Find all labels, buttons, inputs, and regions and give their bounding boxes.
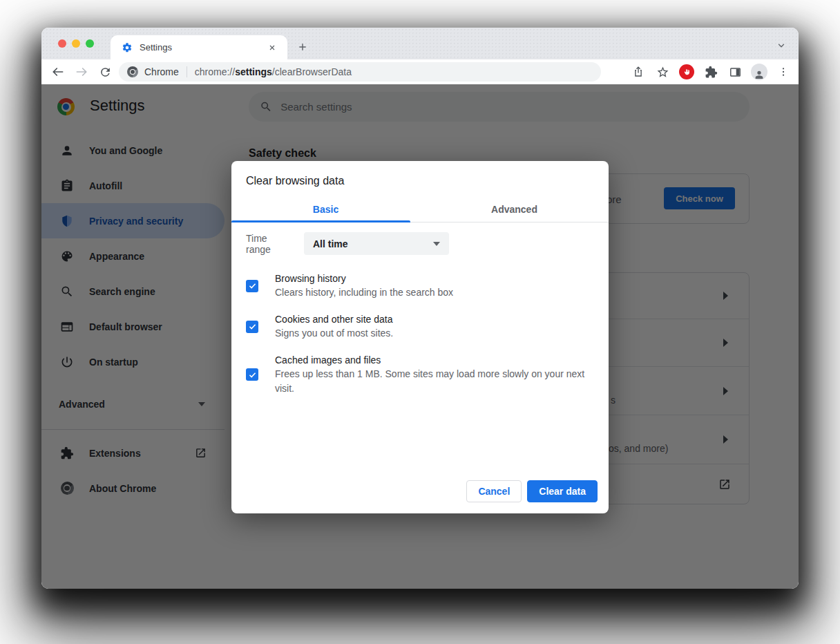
chrome-glyph-icon [127, 66, 138, 77]
clear-data-button[interactable]: Clear data [527, 480, 598, 502]
tab-title: Settings [140, 42, 264, 53]
browser-window: Settings [41, 28, 799, 589]
time-range-row: Time range All time [246, 232, 449, 255]
adblock-hand-icon [679, 64, 694, 79]
option-cookies: Cookies and other site data Signs you ou… [246, 312, 594, 341]
option-title: Cookies and other site data [275, 312, 393, 326]
option-description: Signs you out of most sites. [275, 326, 393, 341]
extensions-puzzle-button[interactable] [701, 62, 720, 82]
option-description: Clears history, including in the search … [275, 285, 453, 300]
browser-tab-settings[interactable]: Settings [111, 35, 287, 59]
omnibox-separator [187, 66, 187, 77]
cookies-checkbox[interactable] [246, 321, 258, 333]
dialog-tab-strip: Basic Advanced [231, 197, 609, 222]
screenshot-stage: Settings [0, 0, 840, 644]
browsing-history-checkbox[interactable] [246, 280, 258, 292]
share-button[interactable] [629, 62, 648, 82]
dialog-options: Browsing history Clears history, includi… [246, 272, 594, 396]
dialog-title: Clear browsing data [246, 175, 344, 187]
option-cached-images: Cached images and files Frees up less th… [246, 353, 594, 396]
tab-advanced[interactable]: Advanced [420, 197, 609, 222]
avatar-icon [751, 64, 767, 80]
new-tab-button[interactable] [293, 37, 312, 57]
kebab-menu-button[interactable] [774, 62, 793, 82]
option-title: Browsing history [275, 272, 453, 285]
clear-browsing-data-dialog: Clear browsing data Basic Advanced Time … [231, 161, 609, 513]
cancel-button[interactable]: Cancel [466, 480, 522, 502]
profile-avatar-button[interactable] [750, 62, 769, 82]
adblock-extension-button[interactable] [677, 62, 696, 82]
window-close-button[interactable] [58, 39, 66, 48]
omnibox-site-label: Chrome [144, 66, 179, 77]
time-range-value: All time [313, 238, 433, 249]
omnibox-url: chrome://settings/clearBrowserData [195, 66, 352, 77]
back-button[interactable] [48, 62, 68, 82]
reload-button[interactable] [95, 62, 115, 82]
tab-close-icon[interactable] [264, 39, 280, 56]
option-title: Cached images and files [275, 353, 594, 367]
option-description: Frees up less than 1 MB. Some sites may … [275, 367, 594, 396]
cached-images-checkbox[interactable] [246, 368, 258, 381]
dialog-footer: Cancel Clear data [466, 480, 598, 502]
tab-basic[interactable]: Basic [231, 197, 420, 222]
option-browsing-history: Browsing history Clears history, includi… [246, 272, 594, 300]
settings-gear-favicon-icon [122, 42, 133, 53]
side-panel-button[interactable] [725, 62, 745, 82]
window-zoom-button[interactable] [86, 39, 94, 48]
omnibox-address-bar[interactable]: Chrome chrome://settings/clearBrowserDat… [119, 62, 601, 82]
tab-strip: Settings [41, 28, 799, 59]
time-range-label: Time range [246, 233, 294, 255]
forward-button[interactable] [72, 62, 91, 82]
browser-toolbar: Chrome chrome://settings/clearBrowserDat… [41, 59, 799, 84]
chevron-down-icon [433, 242, 440, 246]
bookmark-star-button[interactable] [653, 62, 672, 82]
time-range-select[interactable]: All time [304, 232, 449, 255]
tab-search-chevron-button[interactable] [772, 37, 790, 55]
window-minimize-button[interactable] [72, 39, 80, 48]
